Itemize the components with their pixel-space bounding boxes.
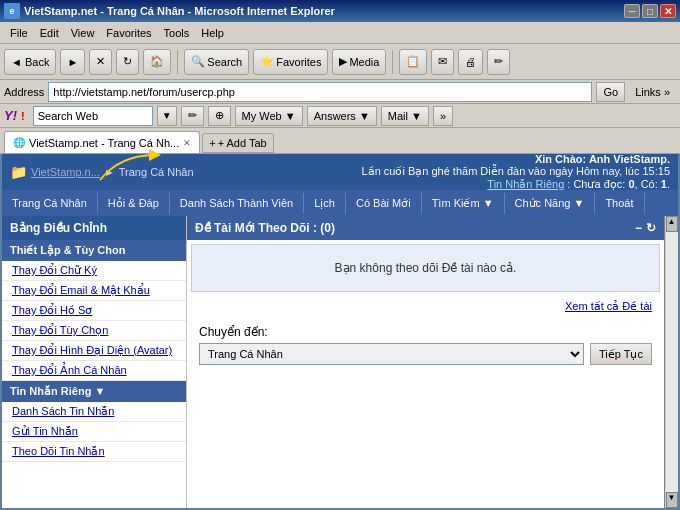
tab-bar: 🌐 VietStamp.net - Trang Cá Nh... ✕ + + A…	[0, 128, 680, 154]
add-tab-icon: +	[209, 137, 215, 149]
scroll-up-button[interactable]: ▲	[666, 216, 678, 232]
menu-help[interactable]: Help	[195, 25, 230, 41]
goto-row: Trang Cá Nhân Tiếp Tục	[199, 343, 652, 365]
yahoo-exclamation: !	[21, 110, 25, 122]
nav-qa[interactable]: Hỏi & Đáp	[98, 193, 170, 214]
scroll-down-button[interactable]: ▼	[666, 492, 678, 508]
panel-title: Đề Tài Mới Theo Dõi : (0)	[195, 221, 335, 235]
breadcrumb-current: Trang Cá Nhân	[119, 166, 194, 178]
sidebar-section-pm[interactable]: Tin Nhắn Riêng ▼	[2, 381, 186, 402]
goto-select[interactable]: Trang Cá Nhân	[199, 343, 584, 365]
sidebar-link-photo[interactable]: Thay Đổi Ảnh Cá Nhân	[2, 361, 186, 381]
goto-section: Chuyển đến: Trang Cá Nhân Tiếp Tục	[187, 317, 664, 373]
nav-bar: Trang Cá Nhân Hỏi & Đáp Danh Sách Thành …	[2, 190, 678, 216]
nav-functions[interactable]: Chức Năng ▼	[505, 193, 596, 214]
menu-edit[interactable]: Edit	[34, 25, 65, 41]
scrollbar[interactable]: ▲ ▼	[664, 216, 678, 508]
nav-calendar[interactable]: Lịch	[304, 193, 346, 214]
sidebar-link-avatar[interactable]: Thay Đổi Hình Đại Diện (Avatar)	[2, 341, 186, 361]
toolbar-separator	[177, 50, 178, 74]
sidebar-link-track-pm[interactable]: Theo Dõi Tin Nhắn	[2, 442, 186, 462]
yahoo-mail-button[interactable]: Mail ▼	[381, 106, 429, 126]
home-button[interactable]: 🏠	[143, 49, 171, 75]
minimize-button[interactable]: ─	[624, 4, 640, 18]
nav-profile[interactable]: Trang Cá Nhân	[2, 193, 98, 213]
page-header: 📁 VietStamp.n... ► Trang Cá Nhân Xin Chà…	[2, 154, 678, 190]
nav-search[interactable]: Tìm Kiếm ▼	[422, 193, 505, 214]
tab-title: VietStamp.net - Trang Cá Nh...	[29, 137, 179, 149]
yahoo-answers-button[interactable]: Answers ▼	[307, 106, 377, 126]
yahoo-target-button[interactable]: ⊕	[208, 106, 231, 126]
view-all-link[interactable]: Xem tất cả Đề tài	[565, 300, 652, 312]
sidebar-section-settings[interactable]: Thiết Lập & Tùy Chon	[2, 240, 186, 261]
tab-icon: 🌐	[13, 137, 25, 148]
back-button[interactable]: ◄ ◄ BackBack	[4, 49, 56, 75]
address-input[interactable]	[48, 82, 592, 102]
yahoo-more-button[interactable]: »	[433, 106, 453, 126]
menu-file[interactable]: File	[4, 25, 34, 41]
goto-button[interactable]: Tiếp Tục	[590, 343, 652, 365]
menu-tools[interactable]: Tools	[158, 25, 196, 41]
welcome-section: Xin Chào: Anh VietStamp. Lần cuối Bạn gh…	[362, 153, 670, 191]
sidebar-header: Bảng Điều Chỉnh	[2, 216, 186, 240]
panel-controls: − ↻	[635, 221, 656, 235]
breadcrumb-icon: 📁	[10, 164, 27, 180]
forward-button[interactable]: ►	[60, 49, 85, 75]
yahoo-search-dropdown[interactable]: ▼	[157, 106, 177, 126]
stop-button[interactable]: ✕	[89, 49, 112, 75]
window-title: VietStamp.net - Trang Cá Nhân - Microsof…	[24, 5, 335, 17]
content-area: Bảng Điều Chỉnh Thiết Lập & Tùy Chon Tha…	[2, 216, 678, 508]
media-button[interactable]: ▶ Media	[332, 49, 386, 75]
yahoo-pencil-button[interactable]: ✏	[181, 106, 204, 126]
history-button[interactable]: 📋	[399, 49, 427, 75]
yahoo-logo: Y!	[4, 108, 17, 123]
add-tab-button[interactable]: + + Add Tab	[202, 133, 273, 153]
sidebar-link-profile[interactable]: Thay Đổi Hồ Sơ	[2, 301, 186, 321]
sidebar-link-options[interactable]: Thay Đổi Tùy Chọn	[2, 321, 186, 341]
main-panel: Đề Tài Mới Theo Dõi : (0) − ↻ Bạn không …	[187, 216, 664, 508]
refresh-button[interactable]: ↻	[116, 49, 139, 75]
sidebar-link-email-password[interactable]: Thay Đổi Email & Mật Khẩu	[2, 281, 186, 301]
panel-collapse-button[interactable]: −	[635, 221, 642, 235]
menu-bar: File Edit View Favorites Tools Help	[0, 22, 680, 44]
address-bar: Address Go Links »	[0, 80, 680, 104]
yahoo-search-input[interactable]	[33, 106, 153, 126]
tab-close-button[interactable]: ✕	[183, 138, 191, 148]
nav-new-posts[interactable]: Có Bài Mới	[346, 193, 422, 214]
pm-text: : Chưa đọc: 0, Có: 1.	[567, 178, 670, 190]
active-tab[interactable]: 🌐 VietStamp.net - Trang Cá Nh... ✕	[4, 131, 200, 153]
links-button[interactable]: Links »	[629, 82, 676, 102]
menu-view[interactable]: View	[65, 25, 101, 41]
print-button[interactable]: 🖨	[458, 49, 483, 75]
mail-button[interactable]: ✉	[431, 49, 454, 75]
edit-button[interactable]: ✏	[487, 49, 510, 75]
breadcrumb-site-link[interactable]: VietStamp.n...	[31, 166, 100, 178]
menu-favorites[interactable]: Favorites	[100, 25, 157, 41]
ie-icon: e	[4, 3, 20, 19]
yahoo-myweb-button[interactable]: My Web ▼	[235, 106, 303, 126]
welcome-visit: Lần cuối Bạn ghé thăm Diễn đàn vào ngày …	[362, 165, 670, 178]
favorites-button[interactable]: ⭐ Favorites	[253, 49, 328, 75]
toolbar: ◄ ◄ BackBack ► ✕ ↻ 🏠 🔍 Search ⭐ Favorite…	[0, 44, 680, 80]
welcome-greeting: Xin Chào: Anh VietStamp.	[362, 153, 670, 165]
panel-refresh-button[interactable]: ↻	[646, 221, 656, 235]
pm-link[interactable]: Tin Nhắn Riêng	[487, 178, 564, 190]
empty-message: Bạn không theo dõi Đề tài nào cả.	[191, 244, 660, 292]
close-button[interactable]: ✕	[660, 4, 676, 18]
goto-label: Chuyển đến:	[199, 325, 652, 339]
address-label: Address	[4, 86, 44, 98]
search-button[interactable]: 🔍 Search	[184, 49, 249, 75]
sidebar: Bảng Điều Chỉnh Thiết Lập & Tùy Chon Tha…	[2, 216, 187, 508]
add-tab-label: + Add Tab	[218, 137, 267, 149]
toolbar-separator2	[392, 50, 393, 74]
sidebar-link-signature[interactable]: Thay Đổi Chữ Ký	[2, 261, 186, 281]
breadcrumb-arrow: ►	[104, 166, 115, 178]
nav-logout[interactable]: Thoát	[595, 193, 644, 213]
scroll-track	[666, 232, 678, 492]
nav-members[interactable]: Danh Sách Thành Viên	[170, 193, 304, 213]
sidebar-link-pm-list[interactable]: Danh Sách Tin Nhắn	[2, 402, 186, 422]
sidebar-link-send-pm[interactable]: Gửi Tin Nhắn	[2, 422, 186, 442]
go-button[interactable]: Go	[596, 82, 625, 102]
title-bar: e VietStamp.net - Trang Cá Nhân - Micros…	[0, 0, 680, 22]
maximize-button[interactable]: □	[642, 4, 658, 18]
